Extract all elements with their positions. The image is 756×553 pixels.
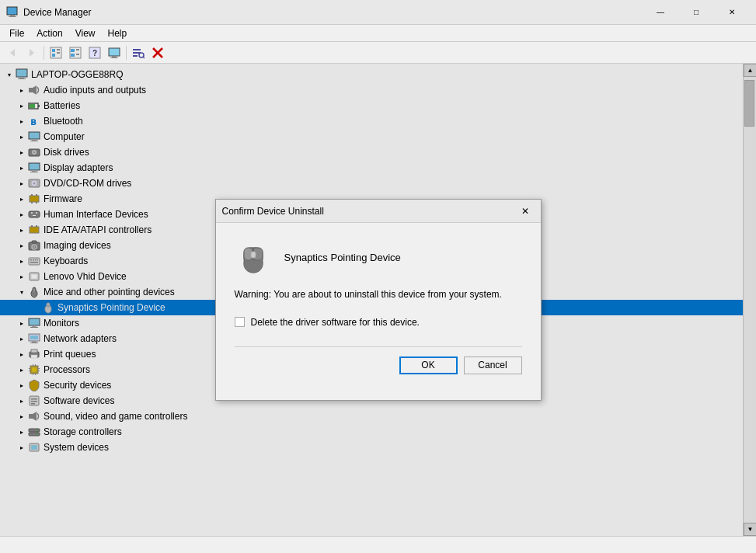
svg-line-24 (143, 57, 145, 58)
close-button[interactable]: ✕ (714, 0, 750, 25)
modal-overlay: Confirm Device Uninstall ✕ (0, 64, 756, 536)
confirm-uninstall-dialog: Confirm Device Uninstall ✕ (215, 199, 542, 401)
window-title: Device Manager (23, 7, 643, 18)
toolbar-sep-1 (44, 46, 44, 60)
svg-rect-17 (109, 48, 120, 56)
modal-title-bar: Confirm Device Uninstall ✕ (216, 200, 541, 223)
window-controls: — □ ✕ (643, 0, 750, 25)
svg-rect-7 (57, 49, 60, 50)
delete-driver-label: Delete the driver software for this devi… (251, 317, 420, 328)
forward-button[interactable] (23, 44, 41, 61)
maximize-button[interactable]: □ (678, 0, 714, 25)
back-button[interactable] (3, 44, 22, 61)
svg-rect-0 (7, 7, 17, 15)
svg-rect-6 (52, 49, 55, 52)
svg-rect-9 (52, 54, 55, 57)
svg-rect-2 (9, 16, 16, 17)
svg-rect-116 (251, 252, 256, 258)
modal-buttons: OK Cancel (235, 356, 522, 381)
svg-rect-1 (10, 15, 15, 16)
toolbar-sep-2 (126, 46, 127, 60)
monitor-button[interactable] (105, 44, 124, 61)
modal-device-icon (235, 238, 272, 276)
svg-rect-20 (133, 49, 141, 50)
menu-bar: File Action View Help (0, 25, 756, 42)
svg-rect-12 (76, 49, 79, 50)
app-icon (6, 6, 19, 19)
menu-help[interactable]: Help (102, 25, 134, 41)
remove-button[interactable] (148, 44, 167, 61)
ok-button[interactable]: OK (399, 356, 458, 374)
modal-close-button[interactable]: ✕ (516, 203, 535, 220)
toolbar: ? (0, 42, 756, 64)
menu-view[interactable]: View (69, 25, 102, 41)
modal-checkbox-row: Delete the driver software for this devi… (235, 317, 522, 328)
svg-marker-4 (30, 49, 34, 57)
svg-rect-18 (112, 56, 117, 57)
svg-rect-8 (57, 52, 60, 54)
cancel-button[interactable]: Cancel (464, 356, 522, 374)
modal-warning-text: Warning: You are about to uninstall this… (235, 288, 522, 301)
menu-action[interactable]: Action (30, 25, 68, 41)
svg-rect-22 (133, 55, 138, 57)
modal-device-name: Synaptics Pointing Device (284, 252, 401, 263)
svg-rect-14 (76, 54, 79, 55)
list-view-button[interactable] (66, 44, 85, 61)
modal-device-row: Synaptics Pointing Device (235, 238, 522, 276)
delete-driver-checkbox[interactable] (235, 317, 245, 327)
minimize-button[interactable]: — (643, 0, 678, 25)
search-button[interactable] (129, 44, 148, 61)
modal-body: Synaptics Pointing Device Warning: You a… (216, 223, 541, 396)
main-content: ▾ LAPTOP-OGGE88RQ ▸ Audio inputs and (0, 64, 756, 536)
help-properties-button[interactable]: ? (85, 44, 104, 61)
modal-title: Confirm Device Uninstall (222, 206, 516, 217)
svg-text:?: ? (92, 49, 97, 57)
svg-rect-13 (71, 54, 75, 57)
title-bar: Device Manager — □ ✕ (0, 0, 756, 25)
svg-rect-19 (110, 57, 118, 58)
menu-file[interactable]: File (3, 25, 30, 41)
modal-divider (235, 346, 522, 347)
status-bar (0, 536, 756, 553)
tree-view-button[interactable] (47, 44, 65, 61)
svg-marker-3 (10, 49, 15, 57)
svg-rect-11 (71, 49, 75, 52)
